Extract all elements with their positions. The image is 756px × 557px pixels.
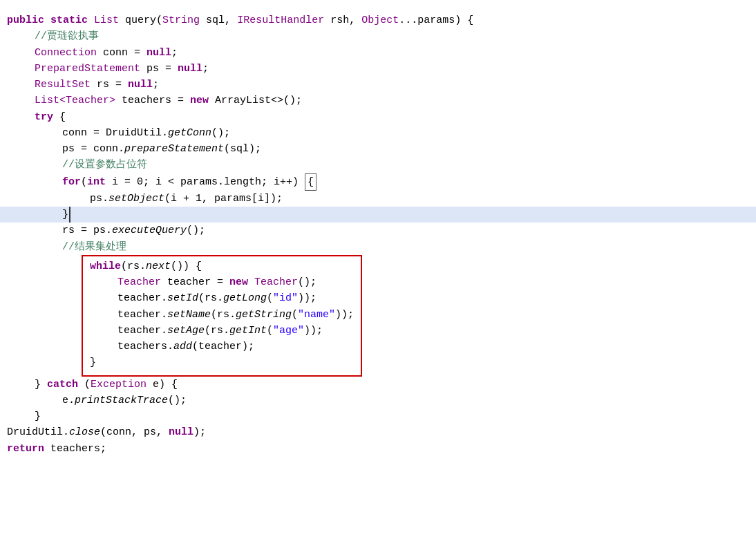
code-line: teachers.add(teacher); xyxy=(90,339,354,355)
code-line: //结果集处理 xyxy=(0,239,756,255)
code-line: ps.setObject(i + 1, params[i]); xyxy=(0,191,756,207)
code-line: while(rs.next()) { xyxy=(90,258,354,274)
code-viewer: public static List query(String sql, IRe… xyxy=(0,7,756,557)
boxed-code-region: while(rs.next()) { Teacher teacher = new… xyxy=(0,255,756,377)
code-line: List<Teacher> teachers = new ArrayList<>… xyxy=(0,93,756,108)
code-line: } xyxy=(0,408,756,424)
type-token: List xyxy=(94,12,119,28)
code-line: ps = conn.prepareStatement(sql); xyxy=(0,141,756,157)
code-line: DruidUtil.close(conn, ps, null); xyxy=(0,424,756,440)
code-line: e.printStackTrace(); xyxy=(0,393,756,408)
code-line: //贾琏欲执事 xyxy=(0,28,756,44)
code-line: return teachers; xyxy=(0,441,756,457)
code-line: rs = ps.executeQuery(); xyxy=(0,223,756,238)
code-line-highlighted: } xyxy=(0,207,756,223)
code-line: for(int i = 0; i < params.length; i++) { xyxy=(0,173,756,191)
code-line: teacher.setName(rs.getString("name")); xyxy=(90,307,354,323)
code-line: } xyxy=(90,355,354,370)
keyword: public xyxy=(7,12,44,28)
code-line: } catch (Exception e) { xyxy=(0,377,756,393)
code-line: try { xyxy=(0,109,756,125)
comment-token: //贾琏欲执事 xyxy=(35,28,99,44)
code-line: teacher.setId(rs.getLong("id")); xyxy=(90,290,354,306)
code-line: teacher.setAge(rs.getInt("age")); xyxy=(90,323,354,339)
code-line: PreparedStatement ps = null; xyxy=(0,61,756,77)
code-line: public static List query(String sql, IRe… xyxy=(0,12,756,28)
code-line: Teacher teacher = new Teacher(); xyxy=(90,274,354,290)
code-line: conn = DruidUtil.getConn(); xyxy=(0,125,756,141)
code-line: //设置参数占位符 xyxy=(0,157,756,173)
code-line: ResultSet rs = null; xyxy=(0,77,756,93)
code-line: Connection conn = null; xyxy=(0,45,756,61)
keyword: static xyxy=(50,12,88,28)
